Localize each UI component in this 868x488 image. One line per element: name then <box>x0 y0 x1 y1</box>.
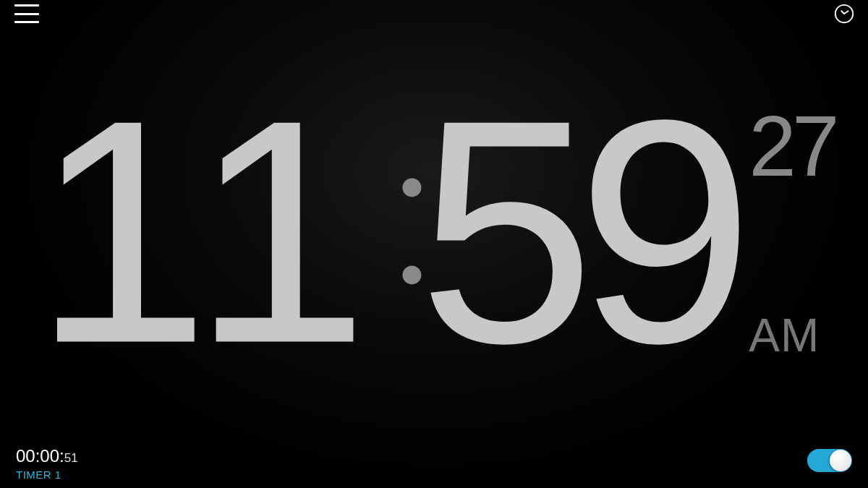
clock-minutes: 59 <box>418 104 736 359</box>
clock-ampm: AM <box>749 312 820 359</box>
alarm-button[interactable] <box>833 3 855 25</box>
timer-elapsed: 00:00:51 <box>16 446 78 466</box>
main-clock-display: 11 59 27 AM <box>33 104 835 359</box>
timer-label: TIMER 1 <box>16 468 78 481</box>
clock-icon <box>833 3 855 25</box>
menu-button[interactable] <box>14 4 39 23</box>
clock-seconds: 27 <box>749 110 835 182</box>
menu-icon-bar <box>14 4 39 7</box>
timer-info[interactable]: 00:00:51 TIMER 1 <box>16 446 78 481</box>
menu-icon-bar <box>14 13 39 15</box>
toggle-knob <box>830 450 851 471</box>
timer-toggle[interactable] <box>807 449 852 472</box>
footer-bar: 00:00:51 TIMER 1 <box>0 446 868 481</box>
menu-icon-bar <box>14 21 39 23</box>
clock-hours: 11 <box>33 104 350 359</box>
